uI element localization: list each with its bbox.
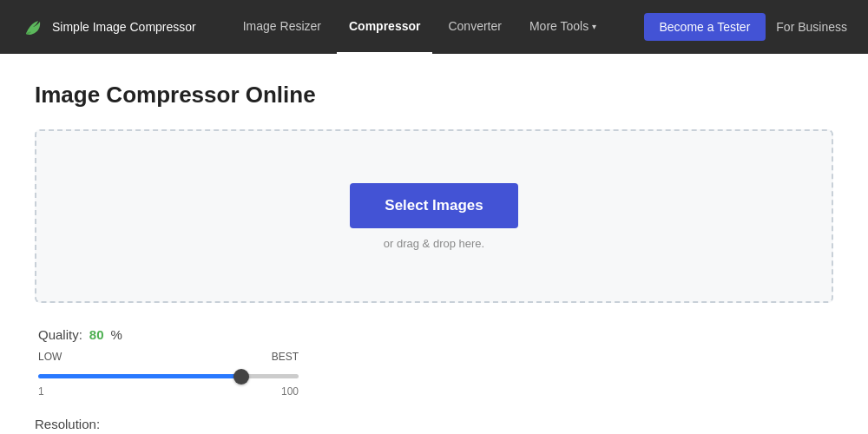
slider-labels: LOW BEST [38, 351, 299, 363]
nav-actions: Become a Tester For Business [644, 13, 848, 41]
nav-converter[interactable]: Converter [436, 0, 513, 54]
quality-value: 80 [89, 327, 104, 342]
dropzone[interactable]: Select Images or drag & drop here. [35, 129, 833, 303]
nav-links: Image Resizer Compressor Converter More … [231, 0, 644, 54]
slider-best-label: BEST [272, 351, 299, 363]
slider-wrapper [38, 366, 299, 382]
slider-min-label: 1 [38, 385, 44, 398]
quality-percent: % [111, 327, 122, 342]
quality-slider[interactable] [38, 374, 299, 378]
select-images-button[interactable]: Select Images [350, 183, 517, 228]
page-title: Image Compressor Online [35, 82, 833, 108]
for-business-link[interactable]: For Business [776, 20, 847, 34]
chevron-down-icon: ▾ [592, 22, 596, 31]
brand: Simple Image Compressor [21, 15, 196, 39]
nav-more-tools[interactable]: More Tools ▾ [517, 0, 608, 54]
slider-max-label: 100 [281, 385, 299, 398]
resolution-label: Resolution: [35, 417, 833, 431]
logo-icon [21, 15, 45, 39]
quality-section: Quality: 80 % LOW BEST 1 100 [35, 327, 833, 398]
become-tester-button[interactable]: Become a Tester [644, 13, 766, 41]
quality-label: Quality: [38, 327, 82, 342]
nav-image-resizer[interactable]: Image Resizer [231, 0, 333, 54]
navbar: Simple Image Compressor Image Resizer Co… [0, 0, 868, 54]
slider-range-labels: 1 100 [38, 385, 299, 398]
drag-drop-hint: or drag & drop here. [384, 237, 484, 250]
main-content: Image Compressor Online Select Images or… [0, 54, 868, 434]
nav-compressor[interactable]: Compressor [337, 0, 432, 54]
slider-low-label: LOW [38, 351, 62, 363]
resolution-section: Resolution: No change Change resolution … [35, 417, 833, 434]
brand-name: Simple Image Compressor [52, 20, 196, 34]
quality-row: Quality: 80 % [38, 327, 830, 342]
